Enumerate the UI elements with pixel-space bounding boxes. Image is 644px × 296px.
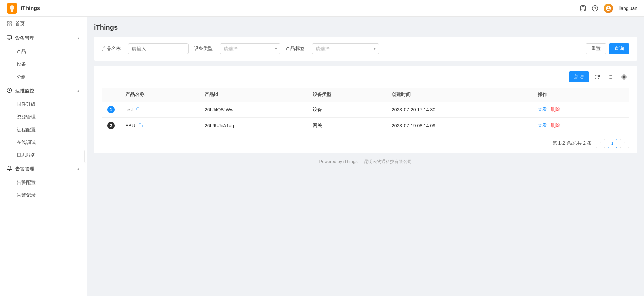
- main-layout: 首页 设备管理 ▲ 产品 设备 分组: [0, 17, 644, 296]
- reset-button[interactable]: 重置: [586, 43, 606, 54]
- cell-product-name: EBU: [120, 118, 199, 134]
- device-type-select[interactable]: 请选择 设备 网关: [220, 43, 280, 54]
- app-logo: [7, 3, 17, 14]
- sidebar-collapse-button[interactable]: ◀: [84, 150, 87, 163]
- alert-management-icon: [7, 166, 12, 172]
- svg-rect-21: [140, 125, 142, 127]
- refresh-button[interactable]: [592, 71, 602, 82]
- device-type-label: 设备类型：: [194, 46, 217, 52]
- cell-index: 1: [102, 102, 120, 118]
- table-body: 1 test 26LJifQ8JWw 设备 2023-07-20 17:14:3…: [102, 102, 629, 134]
- cell-created-at: 2023-07-19 08:14:09: [386, 118, 532, 134]
- product-tag-select-wrapper[interactable]: 请选择: [312, 43, 379, 54]
- sidebar-scroll: 首页 设备管理 ▲ 产品 设备 分组: [0, 17, 87, 296]
- ops-monitoring-label: 运维监控: [15, 88, 34, 94]
- device-management-icon: [7, 35, 12, 41]
- cell-product-id: 26L9UJcA1ag: [199, 118, 307, 134]
- sidebar-item-home[interactable]: 首页: [0, 17, 87, 31]
- sidebar-group-device-management[interactable]: 设备管理 ▲: [0, 31, 87, 45]
- svg-rect-20: [138, 109, 140, 111]
- header-right: liangjuan: [580, 4, 637, 13]
- sidebar-item-remote-config[interactable]: 远程配置: [0, 124, 87, 136]
- delete-link[interactable]: 删除: [551, 107, 560, 112]
- github-icon[interactable]: [580, 5, 586, 12]
- row-index-badge: 2: [107, 122, 115, 129]
- table-header-row: 产品名称 产品id 设备类型 创建时间 操作: [102, 88, 629, 102]
- page-title: iThings: [94, 23, 637, 31]
- device-management-chevron: ▲: [77, 36, 80, 40]
- table-toolbar: 新增: [102, 71, 629, 82]
- svg-rect-9: [7, 36, 11, 39]
- sidebar-item-product[interactable]: 产品: [0, 45, 87, 58]
- svg-rect-7: [7, 24, 9, 26]
- product-tag-label: 产品标签：: [286, 46, 309, 52]
- add-button[interactable]: 新增: [569, 71, 589, 82]
- home-icon: [7, 21, 12, 27]
- header-left: iThings: [7, 3, 40, 14]
- alert-management-chevron: ▲: [77, 167, 80, 171]
- username[interactable]: liangjuan: [619, 6, 637, 11]
- product-name-input[interactable]: [128, 43, 189, 54]
- data-table: 产品名称 产品id 设备类型 创建时间 操作 1 test: [102, 88, 629, 133]
- col-actions: 操作: [532, 88, 629, 102]
- product-tag-field: 产品标签： 请选择: [286, 43, 379, 54]
- svg-point-19: [623, 76, 625, 78]
- alert-management-label: 告警管理: [15, 166, 34, 172]
- query-button[interactable]: 查询: [609, 43, 629, 54]
- ops-monitoring-icon: [7, 88, 12, 94]
- footer-powered-by: Powered by iThings: [319, 159, 358, 164]
- product-name-field: 产品名称：: [102, 43, 189, 54]
- copy-product-name-icon[interactable]: [136, 107, 140, 111]
- product-name-label: 产品名称：: [102, 46, 125, 52]
- sidebar-item-device[interactable]: 设备: [0, 58, 87, 71]
- top-header: iThings liangjuan: [0, 0, 644, 17]
- product-tag-select[interactable]: 请选择: [312, 43, 379, 54]
- col-device-type: 设备类型: [307, 88, 386, 102]
- sidebar-item-online-debug[interactable]: 在线调试: [0, 136, 87, 149]
- pagination-page-1[interactable]: 1: [608, 139, 617, 148]
- sidebar-item-group[interactable]: 分组: [0, 71, 87, 84]
- search-buttons: 重置 查询: [586, 43, 629, 54]
- cell-product-name: test: [120, 102, 199, 118]
- device-management-label: 设备管理: [15, 35, 34, 41]
- footer: Powered by iThings 昆明云物通科技有限公司: [94, 153, 637, 170]
- sidebar-group-ops-monitoring[interactable]: 运维监控 ▲: [0, 84, 87, 98]
- help-icon[interactable]: [592, 5, 598, 12]
- search-panel: 产品名称： 设备类型： 请选择 设备 网关 产品标签： 请选择: [94, 37, 637, 61]
- col-index: [102, 88, 120, 102]
- ops-monitoring-chevron: ▲: [77, 89, 80, 93]
- table-row: 2 EBU 26L9UJcA1ag 网关 2023-07-19 08:14:09…: [102, 118, 629, 134]
- pagination-prev[interactable]: ‹: [596, 139, 605, 148]
- footer-company: 昆明云物通科技有限公司: [364, 159, 412, 164]
- sidebar-item-log-service[interactable]: 日志服务: [0, 149, 87, 162]
- svg-rect-2: [11, 10, 13, 12]
- svg-rect-6: [10, 22, 11, 23]
- settings-button[interactable]: [619, 71, 629, 82]
- copy-product-name-icon[interactable]: [139, 123, 143, 127]
- pagination-next[interactable]: ›: [620, 139, 629, 148]
- view-link[interactable]: 查看: [538, 107, 547, 112]
- svg-rect-5: [7, 22, 9, 23]
- sidebar: 首页 设备管理 ▲ 产品 设备 分组: [0, 17, 87, 296]
- sidebar-item-resource[interactable]: 资源管理: [0, 111, 87, 124]
- sidebar-item-alert-record[interactable]: 告警记录: [0, 189, 87, 202]
- sidebar-group-alert-management[interactable]: 告警管理 ▲: [0, 162, 87, 176]
- column-button[interactable]: [605, 71, 616, 82]
- cell-product-id: 26LJifQ8JWw: [199, 102, 307, 118]
- sidebar-item-firmware[interactable]: 固件升级: [0, 98, 87, 111]
- col-product-name: 产品名称: [120, 88, 199, 102]
- home-label: 首页: [15, 21, 80, 27]
- row-index-badge: 1: [107, 106, 115, 113]
- cell-actions: 查看 删除: [532, 102, 629, 118]
- view-link[interactable]: 查看: [538, 122, 547, 128]
- sidebar-item-alert-config[interactable]: 告警配置: [0, 176, 87, 189]
- delete-link[interactable]: 删除: [551, 122, 560, 128]
- table-panel: 新增: [94, 66, 637, 153]
- pagination: 第 1-2 条/总共 2 条 ‹ 1 ›: [102, 139, 629, 148]
- device-type-field: 设备类型： 请选择 设备 网关: [194, 43, 280, 54]
- cell-index: 2: [102, 118, 120, 134]
- table-row: 1 test 26LJifQ8JWw 设备 2023-07-20 17:14:3…: [102, 102, 629, 118]
- device-type-select-wrapper[interactable]: 请选择 设备 网关: [220, 43, 280, 54]
- cell-device-type: 网关: [307, 118, 386, 134]
- pagination-info: 第 1-2 条/总共 2 条: [552, 140, 592, 146]
